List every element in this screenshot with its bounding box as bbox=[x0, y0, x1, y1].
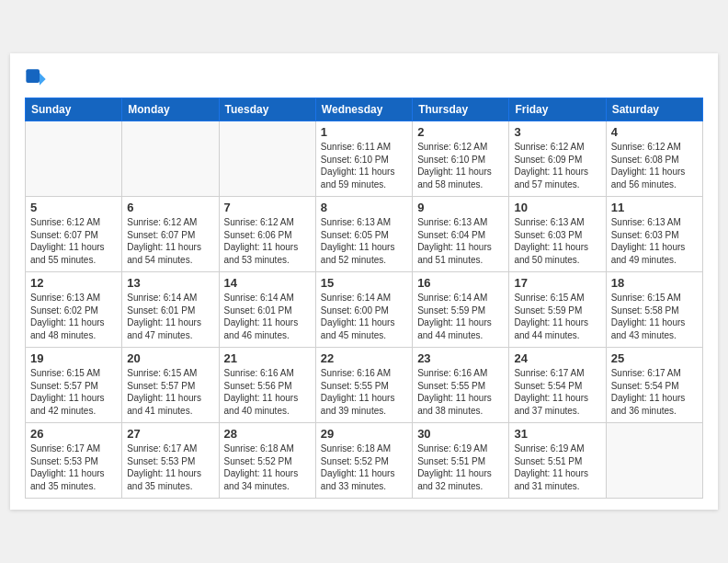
day-number: 1 bbox=[321, 125, 407, 139]
day-number: 10 bbox=[514, 201, 600, 214]
day-info: Sunrise: 6:13 AMSunset: 6:03 PMDaylight:… bbox=[611, 216, 698, 266]
day-number: 22 bbox=[321, 351, 407, 365]
day-number: 28 bbox=[224, 427, 311, 441]
day-info: Sunrise: 6:14 AMSunset: 6:01 PMDaylight:… bbox=[127, 292, 213, 341]
day-cell: 21Sunrise: 6:16 AMSunset: 5:56 PMDayligh… bbox=[219, 348, 315, 423]
day-cell: 18Sunrise: 6:15 AMSunset: 5:58 PMDayligh… bbox=[606, 272, 702, 348]
svg-rect-0 bbox=[26, 69, 40, 83]
day-info: Sunrise: 6:15 AMSunset: 5:57 PMDaylight:… bbox=[30, 367, 117, 417]
day-cell: 31Sunrise: 6:19 AMSunset: 5:51 PMDayligh… bbox=[509, 423, 606, 499]
day-cell: 1Sunrise: 6:11 AMSunset: 6:10 PMDaylight… bbox=[315, 121, 412, 197]
day-info: Sunrise: 6:17 AMSunset: 5:54 PMDaylight:… bbox=[611, 367, 698, 417]
day-cell: 26Sunrise: 6:17 AMSunset: 5:53 PMDayligh… bbox=[26, 423, 122, 499]
weekday-header-friday: Friday bbox=[509, 98, 606, 121]
calendar-table: SundayMondayTuesdayWednesdayThursdayFrid… bbox=[25, 98, 703, 499]
day-info: Sunrise: 6:15 AMSunset: 5:59 PMDaylight:… bbox=[514, 292, 600, 341]
weekday-header-wednesday: Wednesday bbox=[315, 98, 412, 121]
day-number: 27 bbox=[127, 427, 213, 441]
day-cell bbox=[122, 121, 219, 197]
logo bbox=[25, 68, 51, 90]
day-cell: 25Sunrise: 6:17 AMSunset: 5:54 PMDayligh… bbox=[606, 348, 702, 423]
day-cell: 29Sunrise: 6:18 AMSunset: 5:52 PMDayligh… bbox=[315, 423, 412, 499]
day-number: 9 bbox=[417, 201, 504, 214]
day-number: 31 bbox=[514, 427, 600, 441]
week-row-2: 5Sunrise: 6:12 AMSunset: 6:07 PMDaylight… bbox=[26, 197, 703, 272]
header bbox=[25, 68, 703, 90]
day-number: 15 bbox=[321, 276, 407, 290]
day-info: Sunrise: 6:12 AMSunset: 6:10 PMDaylight:… bbox=[417, 141, 504, 190]
day-number: 18 bbox=[611, 276, 698, 290]
day-info: Sunrise: 6:13 AMSunset: 6:02 PMDaylight:… bbox=[30, 292, 117, 341]
day-info: Sunrise: 6:12 AMSunset: 6:09 PMDaylight:… bbox=[514, 141, 600, 190]
day-cell: 3Sunrise: 6:12 AMSunset: 6:09 PMDaylight… bbox=[509, 121, 606, 197]
day-cell: 19Sunrise: 6:15 AMSunset: 5:57 PMDayligh… bbox=[26, 348, 122, 423]
day-cell bbox=[219, 121, 315, 197]
day-cell: 7Sunrise: 6:12 AMSunset: 6:06 PMDaylight… bbox=[219, 197, 315, 272]
day-number: 8 bbox=[321, 201, 407, 214]
day-info: Sunrise: 6:12 AMSunset: 6:07 PMDaylight:… bbox=[30, 216, 117, 266]
day-number: 4 bbox=[611, 125, 698, 139]
day-info: Sunrise: 6:11 AMSunset: 6:10 PMDaylight:… bbox=[321, 141, 407, 190]
day-cell: 5Sunrise: 6:12 AMSunset: 6:07 PMDaylight… bbox=[26, 197, 122, 272]
svg-marker-1 bbox=[40, 73, 46, 85]
day-number: 25 bbox=[611, 351, 698, 365]
day-cell: 24Sunrise: 6:17 AMSunset: 5:54 PMDayligh… bbox=[509, 348, 606, 423]
day-cell: 15Sunrise: 6:14 AMSunset: 6:00 PMDayligh… bbox=[315, 272, 412, 348]
day-cell: 4Sunrise: 6:12 AMSunset: 6:08 PMDaylight… bbox=[606, 121, 702, 197]
day-info: Sunrise: 6:16 AMSunset: 5:55 PMDaylight:… bbox=[417, 367, 504, 417]
day-cell: 22Sunrise: 6:16 AMSunset: 5:55 PMDayligh… bbox=[315, 348, 412, 423]
day-cell: 27Sunrise: 6:17 AMSunset: 5:53 PMDayligh… bbox=[122, 423, 219, 499]
day-cell: 9Sunrise: 6:13 AMSunset: 6:04 PMDaylight… bbox=[413, 197, 509, 272]
day-info: Sunrise: 6:16 AMSunset: 5:56 PMDaylight:… bbox=[224, 367, 311, 417]
day-number: 21 bbox=[224, 351, 311, 365]
day-cell: 28Sunrise: 6:18 AMSunset: 5:52 PMDayligh… bbox=[219, 423, 315, 499]
day-number: 16 bbox=[417, 276, 504, 290]
day-cell: 10Sunrise: 6:13 AMSunset: 6:03 PMDayligh… bbox=[509, 197, 606, 272]
day-info: Sunrise: 6:13 AMSunset: 6:05 PMDaylight:… bbox=[321, 216, 407, 266]
day-info: Sunrise: 6:12 AMSunset: 6:06 PMDaylight:… bbox=[224, 216, 311, 266]
day-number: 30 bbox=[417, 427, 504, 441]
day-cell: 13Sunrise: 6:14 AMSunset: 6:01 PMDayligh… bbox=[122, 272, 219, 348]
day-cell: 20Sunrise: 6:15 AMSunset: 5:57 PMDayligh… bbox=[122, 348, 219, 423]
weekday-header-row: SundayMondayTuesdayWednesdayThursdayFrid… bbox=[26, 98, 703, 121]
day-info: Sunrise: 6:17 AMSunset: 5:53 PMDaylight:… bbox=[30, 442, 117, 492]
day-number: 13 bbox=[127, 276, 213, 290]
day-info: Sunrise: 6:18 AMSunset: 5:52 PMDaylight:… bbox=[321, 442, 407, 492]
day-number: 20 bbox=[127, 351, 213, 365]
day-number: 26 bbox=[30, 427, 117, 441]
day-cell bbox=[606, 423, 702, 499]
day-cell bbox=[26, 121, 122, 197]
day-info: Sunrise: 6:12 AMSunset: 6:08 PMDaylight:… bbox=[611, 141, 698, 190]
day-number: 23 bbox=[417, 351, 504, 365]
day-number: 29 bbox=[321, 427, 407, 441]
day-info: Sunrise: 6:17 AMSunset: 5:53 PMDaylight:… bbox=[127, 442, 213, 492]
day-info: Sunrise: 6:14 AMSunset: 6:00 PMDaylight:… bbox=[321, 292, 407, 341]
week-row-5: 26Sunrise: 6:17 AMSunset: 5:53 PMDayligh… bbox=[26, 423, 703, 499]
day-cell: 16Sunrise: 6:14 AMSunset: 5:59 PMDayligh… bbox=[413, 272, 509, 348]
day-info: Sunrise: 6:12 AMSunset: 6:07 PMDaylight:… bbox=[127, 216, 213, 266]
day-info: Sunrise: 6:17 AMSunset: 5:54 PMDaylight:… bbox=[514, 367, 600, 417]
day-number: 2 bbox=[417, 125, 504, 139]
day-cell: 8Sunrise: 6:13 AMSunset: 6:05 PMDaylight… bbox=[315, 197, 412, 272]
weekday-header-tuesday: Tuesday bbox=[219, 98, 315, 121]
day-cell: 2Sunrise: 6:12 AMSunset: 6:10 PMDaylight… bbox=[413, 121, 509, 197]
day-info: Sunrise: 6:13 AMSunset: 6:03 PMDaylight:… bbox=[514, 216, 600, 266]
day-cell: 30Sunrise: 6:19 AMSunset: 5:51 PMDayligh… bbox=[413, 423, 509, 499]
weekday-header-monday: Monday bbox=[122, 98, 219, 121]
day-number: 24 bbox=[514, 351, 600, 365]
week-row-3: 12Sunrise: 6:13 AMSunset: 6:02 PMDayligh… bbox=[26, 272, 703, 348]
day-cell: 23Sunrise: 6:16 AMSunset: 5:55 PMDayligh… bbox=[413, 348, 509, 423]
day-cell: 12Sunrise: 6:13 AMSunset: 6:02 PMDayligh… bbox=[26, 272, 122, 348]
day-cell: 17Sunrise: 6:15 AMSunset: 5:59 PMDayligh… bbox=[509, 272, 606, 348]
day-number: 3 bbox=[514, 125, 600, 139]
logo-icon bbox=[25, 68, 47, 90]
day-info: Sunrise: 6:14 AMSunset: 6:01 PMDaylight:… bbox=[224, 292, 311, 341]
day-info: Sunrise: 6:14 AMSunset: 5:59 PMDaylight:… bbox=[417, 292, 504, 341]
day-info: Sunrise: 6:18 AMSunset: 5:52 PMDaylight:… bbox=[224, 442, 311, 492]
day-number: 5 bbox=[30, 201, 117, 214]
calendar-container: SundayMondayTuesdayWednesdayThursdayFrid… bbox=[10, 53, 718, 510]
day-info: Sunrise: 6:16 AMSunset: 5:55 PMDaylight:… bbox=[321, 367, 407, 417]
day-number: 12 bbox=[30, 276, 117, 290]
day-info: Sunrise: 6:19 AMSunset: 5:51 PMDaylight:… bbox=[417, 442, 504, 492]
day-number: 19 bbox=[30, 351, 117, 365]
